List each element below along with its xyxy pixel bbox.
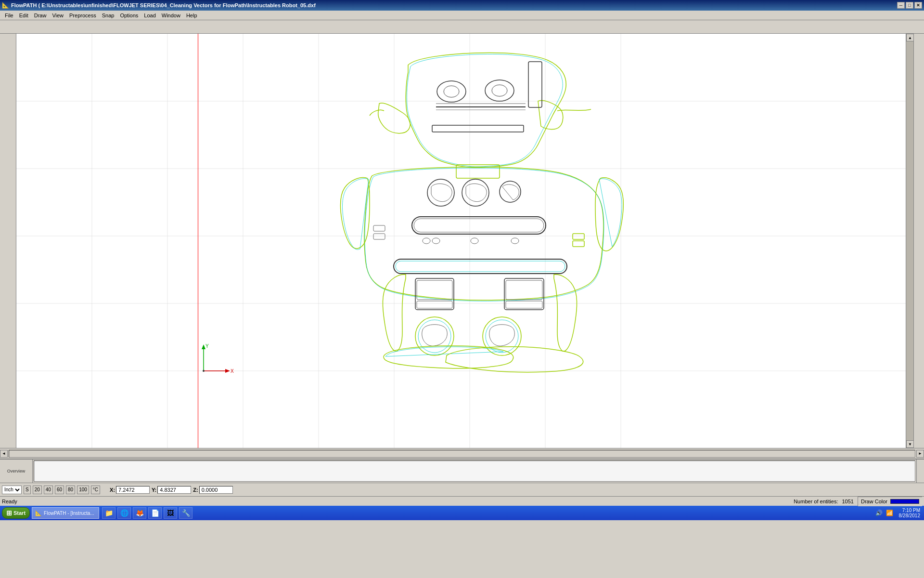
scroll-left-arrow[interactable]: ◄ [0, 450, 8, 458]
system-clock: 7:10 PM8/28/2012 [896, 508, 920, 518]
canvas-background [16, 34, 906, 448]
taskbar-item-flowpath[interactable]: 📐 FlowPATH - [Instructa... [32, 507, 99, 519]
num-20-button[interactable]: 20 [33, 486, 42, 494]
bottom-panel-label: Overview [7, 469, 26, 473]
y-coord-label: Y: [152, 487, 156, 493]
main-toolbar [0, 20, 924, 34]
x-coord-group: X: 7.2472 [110, 486, 150, 494]
taskbar-app4-icon[interactable]: 📄 [148, 507, 162, 519]
tray-icon-1[interactable]: 🔊 [875, 509, 883, 517]
taskbar-app5-icon[interactable]: 🖼 [164, 507, 177, 519]
menu-preprocess[interactable]: Preprocess [66, 12, 99, 19]
bottom-right-scrollbar[interactable] [916, 460, 924, 483]
draw-color-swatch[interactable] [890, 499, 919, 504]
close-button[interactable]: ✕ [914, 2, 922, 9]
menu-draw[interactable]: Draw [31, 12, 50, 19]
bottom-canvas-preview[interactable] [34, 460, 915, 482]
entity-count: 1051 [842, 499, 854, 504]
left-toolbar [0, 34, 16, 448]
menu-window[interactable]: Window [159, 12, 183, 19]
x-coord-label: X: [110, 487, 115, 493]
taskbar-firefox-icon[interactable]: 🦊 [133, 507, 146, 519]
right-toolbar [913, 34, 924, 448]
num-80-button[interactable]: 80 [66, 486, 75, 494]
status-ready: Ready [2, 499, 17, 504]
main-layout: Y X ▲ ▼ [0, 34, 924, 448]
draw-color-bar: Draw Color [858, 497, 922, 506]
minimize-button[interactable]: ─ [897, 2, 905, 9]
status-bar: Ready Number of entities: 1051 Draw Colo… [0, 496, 924, 506]
horizontal-scrollbar-area: ◄ ► [0, 448, 924, 459]
taskbar-browser-icon[interactable]: 🌐 [117, 507, 131, 519]
scroll-track[interactable] [906, 41, 913, 440]
num-60-button[interactable]: 60 [55, 486, 64, 494]
z-coord-value: 0.0000 [199, 486, 233, 494]
scroll-down-arrow[interactable]: ▼ [906, 440, 914, 448]
coord-bar: Inch S 20 40 60 80 100 °C X: 7.2472 Y: 4… [0, 483, 924, 496]
canvas-area[interactable]: Y X [16, 34, 906, 448]
bottom-left-panel: Overview [0, 460, 33, 483]
entity-count-label: Number of entities: [794, 499, 838, 504]
menu-file[interactable]: File [2, 12, 16, 19]
s-button[interactable]: S [24, 486, 31, 494]
taskbar-explorer-icon[interactable]: 📁 [102, 507, 116, 519]
taskbar-right: 🔊 📶 7:10 PM8/28/2012 [875, 508, 922, 518]
num-40-button[interactable]: 40 [44, 486, 53, 494]
num-100-button[interactable]: 100 [77, 486, 89, 494]
horizontal-scrollbar[interactable] [9, 450, 915, 458]
menu-help[interactable]: Help [183, 12, 200, 19]
title-bar: 📐 FlowPATH ( E:\Unstructables\unfinished… [0, 0, 924, 11]
menu-options[interactable]: Options [117, 12, 141, 19]
temp-button[interactable]: °C [91, 486, 100, 494]
maximize-button[interactable]: □ [906, 2, 913, 9]
scroll-right-arrow[interactable]: ► [916, 450, 924, 458]
title-bar-icon: 📐 [2, 2, 9, 9]
vertical-scrollbar[interactable]: ▲ ▼ [906, 34, 913, 448]
bottom-panel: Overview [0, 459, 924, 483]
z-coord-group: Z: 0.0000 [193, 486, 232, 494]
scroll-up-arrow[interactable]: ▲ [906, 34, 914, 41]
title-bar-text: FlowPATH ( E:\Unstructables\unfinished\F… [9, 2, 897, 8]
menu-view[interactable]: View [49, 12, 66, 19]
x-coord-value: 7.2472 [116, 486, 150, 494]
menu-bar: FileEditDrawViewPreprocessSnapOptionsLoa… [0, 11, 924, 20]
taskbar: ⊞ Start 📐 FlowPATH - [Instructa... 📁 🌐 🦊… [0, 506, 924, 520]
tray-icon-2[interactable]: 📶 [886, 509, 893, 517]
taskbar-app6-icon[interactable]: 🔧 [179, 507, 192, 519]
z-coord-label: Z: [193, 487, 198, 493]
y-coord-group: Y: 4.8327 [152, 486, 191, 494]
menu-snap[interactable]: Snap [99, 12, 117, 19]
menu-load[interactable]: Load [141, 12, 158, 19]
menu-edit[interactable]: Edit [16, 12, 31, 19]
title-bar-controls: ─ □ ✕ [897, 2, 922, 9]
draw-color-label: Draw Color [861, 499, 887, 504]
y-coord-value: 4.8327 [157, 486, 191, 494]
unit-selector[interactable]: Inch [2, 486, 22, 494]
start-button[interactable]: ⊞ Start [2, 507, 30, 519]
